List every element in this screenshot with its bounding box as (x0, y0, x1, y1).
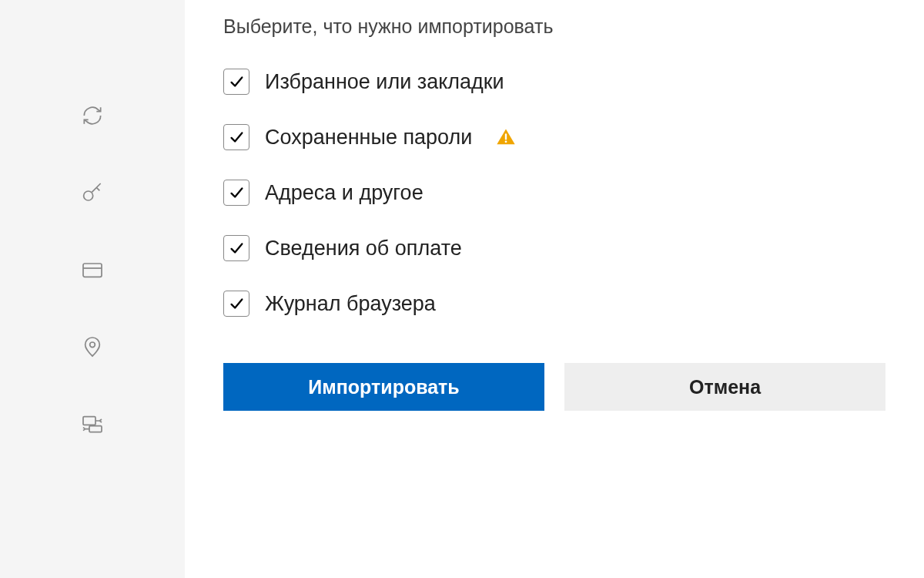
svg-point-7 (505, 140, 507, 143)
key-icon[interactable] (77, 177, 108, 208)
option-passwords: Сохраненные пароли (223, 124, 886, 150)
svg-rect-1 (83, 264, 102, 277)
button-row: Импортировать Отмена (223, 363, 886, 411)
checkbox-list: Избранное или закладки Сохраненные парол… (223, 69, 886, 317)
dialog-prompt: Выберите, что нужно импортировать (223, 15, 886, 38)
import-dialog: Выберите, что нужно импортировать Избран… (185, 0, 924, 578)
import-button[interactable]: Импортировать (223, 363, 544, 411)
checkbox-favorites[interactable] (223, 69, 249, 95)
card-icon[interactable] (77, 254, 108, 285)
cancel-button[interactable]: Отмена (564, 363, 886, 411)
svg-point-0 (84, 191, 93, 200)
label-payment: Сведения об оплате (265, 237, 462, 260)
label-passwords: Сохраненные пароли (265, 126, 472, 150)
warning-icon (495, 126, 517, 148)
svg-rect-5 (89, 426, 102, 432)
option-payment: Сведения об оплате (223, 235, 886, 261)
option-addresses: Адреса и другое (223, 180, 886, 206)
label-favorites: Избранное или закладки (265, 70, 504, 94)
location-icon[interactable] (77, 331, 108, 362)
label-addresses: Адреса и другое (265, 181, 424, 205)
option-history: Журнал браузера (223, 291, 886, 317)
checkbox-history[interactable] (223, 291, 249, 317)
svg-rect-4 (83, 417, 95, 425)
checkbox-addresses[interactable] (223, 180, 249, 206)
checkbox-payment[interactable] (223, 235, 249, 261)
connection-icon[interactable] (77, 408, 108, 439)
option-favorites: Избранное или закладки (223, 69, 886, 95)
svg-point-3 (90, 342, 95, 348)
sync-icon[interactable] (77, 100, 108, 131)
sidebar (0, 0, 185, 578)
checkbox-passwords[interactable] (223, 124, 249, 150)
label-history: Журнал браузера (265, 292, 436, 316)
